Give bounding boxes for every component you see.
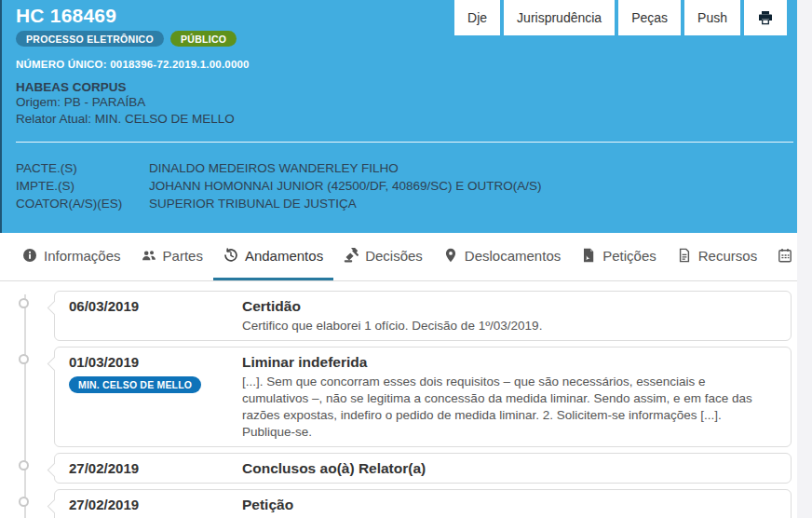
unique-number: NÚMERO ÚNICO: 0018396-72.2019.1.00.0000 — [16, 59, 797, 70]
file-pdf-icon — [581, 248, 596, 263]
case-rapporteur: Relator Atual: MIN. CELSO DE MELLO — [16, 111, 797, 128]
tab-label: Decisões — [365, 248, 423, 264]
party-label: IMPTE.(S) — [16, 177, 149, 195]
party-label: COATOR(A/S)(ES) — [16, 195, 149, 212]
tab-label: Informações — [44, 248, 121, 264]
timeline-entry: 27/02/2019 Conclusos ao(à) Relator(a) — [54, 453, 792, 484]
entry-title: Petição — [242, 496, 773, 513]
timeline-entry: 27/02/2019 Petição Juntada de documentos… — [54, 489, 792, 518]
timeline-dot — [19, 497, 29, 507]
tab-decisoes[interactable]: Decisões — [333, 233, 433, 280]
calendar-icon — [778, 248, 792, 263]
print-button[interactable] — [744, 0, 787, 35]
entry-date: 06/03/2019 — [69, 297, 242, 315]
minister-badge: MIN. CELSO DE MELLO — [69, 376, 201, 393]
party-label: PACTE.(S) — [16, 159, 149, 177]
case-class: HABEAS CORPUS — [16, 80, 797, 94]
case-page: Dje Jurisprudência Peças Push HC 168469 … — [0, 0, 812, 518]
timeline-entry: 06/03/2019 Certidão Certifico que elabor… — [54, 291, 792, 341]
entry-description: [...]. Sem que concorram esses dois requ… — [242, 374, 773, 441]
badge-publico: PÚBLICO — [170, 31, 237, 47]
party-row: PACTE.(S) DINALDO MEDEIROS WANDERLEY FIL… — [16, 159, 797, 177]
timeline-card[interactable]: 01/03/2019 MIN. CELSO DE MELLO Liminar i… — [54, 347, 792, 447]
header-divider — [16, 142, 793, 143]
history-icon — [223, 248, 238, 263]
case-header: Dje Jurisprudência Peças Push HC 168469 … — [0, 0, 797, 233]
party-value: JOHANN HOMONNAI JUNIOR (42500/DF, 40869/… — [149, 177, 797, 195]
timeline-dot — [19, 298, 29, 308]
tab-bar: Informações Partes Andamentos Decisões D… — [0, 233, 797, 281]
timeline-dot — [19, 460, 29, 470]
document-icon — [677, 248, 692, 263]
tab-recursos[interactable]: Recursos — [667, 233, 767, 280]
parties-list: PACTE.(S) DINALDO MEDEIROS WANDERLEY FIL… — [16, 159, 797, 212]
people-icon — [142, 248, 156, 263]
tab-andamentos[interactable]: Andamentos — [213, 233, 333, 280]
tab-label: Deslocamentos — [465, 248, 561, 264]
party-row: COATOR(A/S)(ES) SUPERIOR TRIBUNAL DE JUS… — [16, 195, 797, 212]
timeline-entry: 01/03/2019 MIN. CELSO DE MELLO Liminar i… — [54, 347, 792, 447]
timeline-dot — [19, 354, 29, 364]
party-row: IMPTE.(S) JOHANN HOMONNAI JUNIOR (42500/… — [16, 177, 797, 195]
scrollbar-track[interactable] — [797, 0, 812, 518]
badge-processo-eletronico: PROCESSO ELETRÔNICO — [16, 31, 164, 47]
timeline-card[interactable]: 06/03/2019 Certidão Certifico que elabor… — [54, 291, 792, 341]
timeline-line — [24, 294, 26, 518]
tab-deslocamentos[interactable]: Deslocamentos — [433, 233, 571, 280]
tab-partes[interactable]: Partes — [131, 233, 213, 280]
info-icon — [22, 248, 37, 263]
entry-description: Certifico que elaborei 1 ofício. Decisão… — [242, 318, 773, 334]
map-pin-icon — [443, 248, 458, 263]
entry-title: Conclusos ao(à) Relator(a) — [242, 459, 773, 477]
timeline-card[interactable]: 27/02/2019 Conclusos ao(à) Relator(a) — [54, 453, 792, 484]
printer-icon — [758, 10, 773, 25]
tab-informacoes[interactable]: Informações — [12, 233, 131, 280]
tab-label: Recursos — [698, 248, 757, 264]
gavel-icon — [344, 248, 359, 263]
dje-button[interactable]: Dje — [454, 0, 500, 35]
andamentos-timeline: 06/03/2019 Certidão Certifico que elabor… — [0, 281, 797, 518]
jurisprudencia-button[interactable]: Jurisprudência — [504, 0, 615, 35]
tab-peticoes[interactable]: Petições — [571, 233, 667, 280]
push-button[interactable]: Push — [684, 0, 740, 35]
pecas-button[interactable]: Peças — [618, 0, 681, 35]
tab-label: Andamentos — [245, 248, 323, 264]
entry-date: 01/03/2019 — [69, 353, 242, 371]
tab-label: Petições — [602, 248, 656, 264]
party-value: SUPERIOR TRIBUNAL DE JUSTIÇA — [149, 195, 797, 212]
tab-label: Partes — [163, 248, 203, 264]
party-value: DINALDO MEDEIROS WANDERLEY FILHO — [149, 159, 797, 177]
case-origin: Origem: PB - PARAÍBA — [16, 94, 797, 111]
entry-title: Liminar indeferida — [242, 353, 773, 371]
timeline-card[interactable]: 27/02/2019 Petição Juntada de documentos… — [54, 489, 792, 518]
entry-date: 27/02/2019 — [69, 496, 242, 513]
header-actions: Dje Jurisprudência Peças Push — [454, 0, 787, 35]
entry-date: 27/02/2019 — [69, 459, 242, 477]
entry-title: Certidão — [242, 297, 773, 315]
